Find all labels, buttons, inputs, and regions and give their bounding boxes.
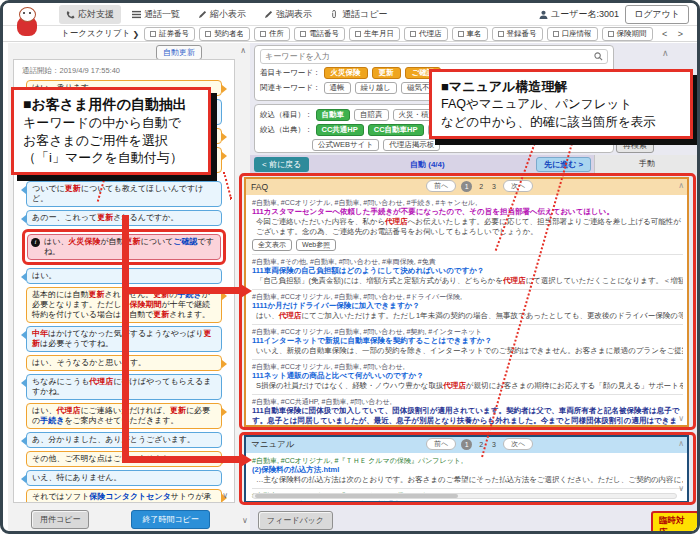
knowledge-footer: ∨ フィードバック 臨時対応 [250,509,699,532]
checkbox-icon[interactable] [553,31,559,37]
paperclip-icon [330,10,339,19]
call-list-button[interactable]: 通話一覧 [125,5,187,24]
scroll-up-icon[interactable]: ∧ [662,48,669,58]
checkbox-car-name[interactable]: 車名 [452,27,488,41]
checkbox-icon[interactable] [498,31,504,37]
copy-intent-button[interactable]: 用件コピー [31,510,89,529]
support-mode-button[interactable]: 応対支援 [59,5,121,24]
checkbox-icon[interactable] [260,31,266,37]
top-toolbar: 応対支援 通話一覧 縮小表示 強調表示 通話コピー ユーザー名:3001 ログア… [3,3,697,26]
filter-source-chip-on[interactable]: CC自動車HP [368,124,424,136]
checkbox-icon[interactable] [410,31,416,37]
checkbox-agency[interactable]: 代理店 [404,27,448,41]
filter-source-chip[interactable]: 代理店掲示板 [383,139,440,151]
mascot-logo [13,6,43,38]
annotation-intent-extraction: ■お客さま用件の自動抽出 キーワードの中から自動で お客さまのご用件を選択 （「… [11,87,211,175]
research-button[interactable]: 再検索 [616,138,654,153]
annotation-connector-vertical [122,215,129,463]
checkbox-birthdate[interactable]: 生年月日 [349,27,400,41]
arrow-right-icon [239,283,252,299]
filter-type-chip[interactable]: 自賠責 [354,109,389,121]
search-input-wrap[interactable] [260,49,608,64]
feedback-button[interactable]: フィードバック [258,511,333,530]
auto-page-indicator: 自動 (4/4) [410,159,445,170]
annotation-connector-to-faq [122,287,240,294]
annotation-connector-to-manual [122,456,240,463]
pencil-icon [264,10,273,19]
shrink-view-button[interactable]: 縮小表示 [191,5,253,24]
checkbox-icon[interactable] [608,31,614,37]
scroll-up-icon[interactable]: ∧ [240,46,246,55]
copy-endtime-button[interactable]: 終了時間コピー [131,510,209,529]
filter-source-chip[interactable]: 公式WEBサイト [312,139,379,151]
call-copy-button[interactable]: 通話コピー [323,5,394,24]
checkbox-bank-account[interactable]: 口座情報 [547,27,598,41]
user-label: ユーザー名:3001 [539,8,619,21]
chat-message-customer: いえ、特にありません。 [26,470,222,486]
result-nav-bar: < 前に戻る 自動 (4/4) 先に進む > 手動 [250,155,699,173]
related-keywords-label: 関連キーワード： [260,83,321,93]
chat-footer: 用件コピー 終了時間コピー [13,507,235,532]
auto-update-button[interactable]: 自動更新 [156,45,202,60]
filter-type-chip-on[interactable]: 自動車 [316,109,351,121]
call-start-time: 通話開始：2019/4/9 17:55:40 [22,66,228,76]
focus-keyword-chip[interactable]: 更新 [372,67,401,79]
filter-type-label: 絞込（種目）： [260,110,313,120]
related-keyword-chip[interactable]: 通帳 [324,82,351,94]
checkbox-phone[interactable]: 電話番号 [294,27,345,41]
emergency-response-button[interactable]: 臨時対応 [651,511,699,534]
user-icon [539,10,548,19]
info-icon: i [31,238,40,247]
checkbox-contractor-name[interactable]: 契約者名 [199,27,250,41]
checkbox-icon[interactable] [150,31,156,37]
checkbox-policy-number[interactable]: 証券番号 [144,27,195,41]
search-icon[interactable] [594,52,603,61]
checkbox-address[interactable]: 住所 [254,27,290,41]
script-pager-arrows[interactable]: < > [662,29,687,39]
scroll-down-icon[interactable]: ∨ [222,491,228,500]
filter-source-chip-on[interactable]: CC共通HP [316,124,364,136]
search-input[interactable] [265,52,594,61]
filter-source-label: 絞込（出典）： [260,125,313,135]
chat-message-agent: それではソフト保険コンタクトセンタサトウが承りました。お電話ありがとうございまし… [26,489,222,503]
checkbox-insurance-period[interactable]: 保険期間 [602,27,653,41]
talkscript-bar: トークスクリプト ❯ 証券番号 契約者名 住所 電話番号 生年月日 代理店 車名… [3,27,697,42]
focus-keyword-chip[interactable]: 火災保険 [324,67,368,79]
checkbox-icon[interactable] [458,31,464,37]
back-button[interactable]: < 前に戻る [254,157,309,172]
list-icon [132,10,141,19]
focus-keywords-label: 着目キーワード： [260,68,321,78]
manual-highlight-outline [239,432,696,505]
talkscript-label: トークスクリプト [61,28,130,40]
faq-highlight-outline [239,173,696,430]
tab-manual-mode[interactable]: 手動 [594,155,699,173]
checkbox-icon[interactable] [355,31,361,37]
checkbox-icon[interactable] [300,31,306,37]
annotation-manual-structure: ■マニュアル構造理解 FAQやマニュアル、パンフレット などの中から、的確に該当… [429,69,693,139]
pencil-icon [198,10,207,19]
chevron-right-icon[interactable]: ❯ [132,30,139,39]
arrow-right-icon [239,452,252,468]
app-window: 応対支援 通話一覧 縮小表示 強調表示 通話コピー ユーザー名:3001 ログア… [0,0,700,534]
logout-button[interactable]: ログアウト [625,5,689,24]
related-keyword-chip[interactable]: 繰り越し [355,82,397,94]
checkbox-registration[interactable]: 登録番号 [492,27,543,41]
scroll-down-icon[interactable]: ∨ [242,516,248,525]
phone-icon [66,10,75,19]
highlight-view-button[interactable]: 強調表示 [257,5,319,24]
checkbox-icon[interactable] [205,31,211,37]
chat-message-customer: ついでに更新についても教えてほしいんですけど。 [26,181,222,207]
